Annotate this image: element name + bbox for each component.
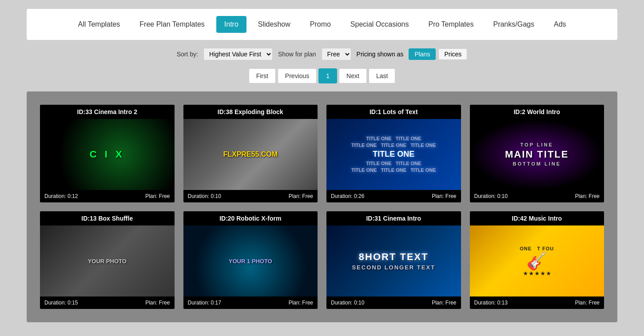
nav-item-free-plan-templates[interactable]: Free Plan Templates bbox=[131, 16, 212, 33]
card-plan-exploding-block: Plan: Free bbox=[289, 193, 313, 199]
show-for-select[interactable]: FreeProAll bbox=[322, 48, 351, 60]
card-plan-cinema-intro-2: Plan: Free bbox=[145, 193, 170, 199]
pricing-label: Pricing shown as bbox=[357, 51, 404, 58]
previous-page-btn[interactable]: Previous bbox=[278, 68, 317, 83]
card-plan-box-shuffle: Plan: Free bbox=[145, 300, 170, 306]
card-title-world-intro: ID:2 World Intro bbox=[470, 105, 604, 119]
card-footer-lots-of-text: Duration: 0:26Plan: Free bbox=[326, 190, 461, 202]
card-footer-exploding-block: Duration: 0:10Plan: Free bbox=[183, 190, 318, 202]
card-thumb-cinema-intro: 8HORT TEXT SECOND LONGER TEXT bbox=[326, 225, 461, 296]
card-duration-music-intro: Duration: 0:13 bbox=[474, 300, 508, 306]
card-title-cinema-intro: ID:31 Cinema Intro bbox=[326, 211, 461, 225]
thumb-text-robotic-xform: YOUR 1 PHOTO bbox=[224, 253, 277, 269]
thumb-text-cinema-intro-2: C I X bbox=[85, 144, 129, 165]
card-plan-robotic-xform: Plan: Free bbox=[289, 300, 313, 306]
card-thumb-exploding-block: FLXPRE55.COM bbox=[183, 119, 318, 190]
card-footer-world-intro: Duration: 0:10Plan: Free bbox=[470, 190, 604, 202]
sort-label: Sort by: bbox=[177, 51, 198, 58]
nav-item-promo[interactable]: Promo bbox=[302, 16, 339, 33]
next-page-btn[interactable]: Next bbox=[339, 68, 367, 83]
show-for-label: Show for plan bbox=[278, 51, 316, 58]
pricing-plans-btn[interactable]: Plans bbox=[409, 48, 436, 60]
card-duration-cinema-intro-2: Duration: 0:12 bbox=[44, 193, 78, 199]
card-duration-robotic-xform: Duration: 0:17 bbox=[188, 300, 221, 306]
nav-item-special-occasions[interactable]: Special Occasions bbox=[342, 16, 417, 33]
current-page-btn[interactable]: 1 bbox=[318, 68, 337, 83]
card-title-music-intro: ID:42 Music Intro bbox=[470, 211, 604, 225]
controls-bar: Sort by: Highest Value FirstLowest Value… bbox=[27, 48, 617, 60]
nav-item-all-templates[interactable]: All Templates bbox=[70, 16, 128, 33]
nav-item-ads[interactable]: Ads bbox=[546, 16, 574, 33]
template-card-robotic-xform[interactable]: ID:20 Robotic X-formYOUR 1 PHOTODuration… bbox=[183, 211, 318, 309]
card-footer-music-intro: Duration: 0:13Plan: Free bbox=[470, 296, 604, 309]
card-duration-exploding-block: Duration: 0:10 bbox=[188, 193, 221, 199]
pricing-toggle: Plans Prices bbox=[409, 48, 467, 60]
card-duration-lots-of-text: Duration: 0:26 bbox=[331, 193, 364, 199]
card-thumb-robotic-xform: YOUR 1 PHOTO bbox=[183, 225, 318, 296]
first-page-btn[interactable]: First bbox=[249, 68, 276, 83]
card-title-robotic-xform: ID:20 Robotic X-form bbox=[183, 211, 318, 225]
card-title-lots-of-text: ID:1 Lots of Text bbox=[326, 105, 461, 119]
sort-select[interactable]: Highest Value FirstLowest Value FirstNew… bbox=[203, 48, 273, 60]
template-card-music-intro[interactable]: ID:42 Music Intro ONE T FOU 🎸 ★ ★ ★ ★ ★ … bbox=[470, 211, 604, 309]
thumb-text-box-shuffle: YOUR PHOTO bbox=[83, 253, 131, 269]
card-thumb-lots-of-text: TITLE ONE TITLE ONE TITLE ONE TITLE ONE … bbox=[326, 119, 461, 190]
template-card-lots-of-text[interactable]: ID:1 Lots of Text TITLE ONE TITLE ONE TI… bbox=[326, 105, 461, 202]
nav-item-pro-templates[interactable]: Pro Templates bbox=[420, 16, 481, 33]
template-card-cinema-intro-2[interactable]: ID:33 Cinema Intro 2C I XDuration: 0:12P… bbox=[40, 105, 175, 202]
pricing-prices-btn[interactable]: Prices bbox=[438, 48, 467, 60]
card-footer-box-shuffle: Duration: 0:15Plan: Free bbox=[40, 296, 175, 309]
card-duration-cinema-intro: Duration: 0:10 bbox=[331, 300, 364, 306]
template-grid-wrapper: ID:33 Cinema Intro 2C I XDuration: 0:12P… bbox=[27, 91, 617, 322]
card-plan-world-intro: Plan: Free bbox=[575, 193, 600, 199]
card-thumb-music-intro: ONE T FOU 🎸 ★ ★ ★ ★ ★ bbox=[470, 225, 604, 296]
nav-item-intro[interactable]: Intro bbox=[216, 16, 246, 33]
card-plan-cinema-intro: Plan: Free bbox=[432, 300, 456, 306]
pagination: First Previous 1 Next Last bbox=[27, 68, 617, 83]
card-thumb-box-shuffle: YOUR PHOTO bbox=[40, 225, 175, 296]
card-thumb-cinema-intro-2: C I X bbox=[40, 119, 175, 190]
template-grid: ID:33 Cinema Intro 2C I XDuration: 0:12P… bbox=[40, 105, 604, 309]
card-title-cinema-intro-2: ID:33 Cinema Intro 2 bbox=[40, 105, 175, 119]
card-duration-world-intro: Duration: 0:10 bbox=[474, 193, 508, 199]
template-card-box-shuffle[interactable]: ID:13 Box ShuffleYOUR PHOTODuration: 0:1… bbox=[40, 211, 175, 309]
nav-item-pranks-gags[interactable]: Pranks/Gags bbox=[485, 16, 542, 33]
card-title-exploding-block: ID:38 Exploding Block bbox=[183, 105, 318, 119]
template-card-world-intro[interactable]: ID:2 World Intro TOP LINE MAIN TITLE BOT… bbox=[470, 105, 604, 202]
card-footer-robotic-xform: Duration: 0:17Plan: Free bbox=[183, 296, 318, 309]
thumb-text-exploding-block: FLXPRE55.COM bbox=[219, 146, 282, 163]
template-card-exploding-block[interactable]: ID:38 Exploding BlockFLXPRE55.COMDuratio… bbox=[183, 105, 318, 202]
card-footer-cinema-intro: Duration: 0:10Plan: Free bbox=[326, 296, 461, 309]
card-duration-box-shuffle: Duration: 0:15 bbox=[44, 300, 78, 306]
card-footer-cinema-intro-2: Duration: 0:12Plan: Free bbox=[40, 190, 175, 202]
card-thumb-world-intro: TOP LINE MAIN TITLE BOTTOM LINE bbox=[470, 119, 604, 190]
template-card-cinema-intro[interactable]: ID:31 Cinema Intro 8HORT TEXT SECOND LON… bbox=[326, 211, 461, 309]
nav-bar: All TemplatesFree Plan TemplatesIntroSli… bbox=[27, 9, 617, 40]
card-plan-music-intro: Plan: Free bbox=[575, 300, 600, 306]
card-title-box-shuffle: ID:13 Box Shuffle bbox=[40, 211, 175, 225]
nav-item-slideshow[interactable]: Slideshow bbox=[250, 16, 298, 33]
last-page-btn[interactable]: Last bbox=[369, 68, 395, 83]
card-plan-lots-of-text: Plan: Free bbox=[432, 193, 456, 199]
